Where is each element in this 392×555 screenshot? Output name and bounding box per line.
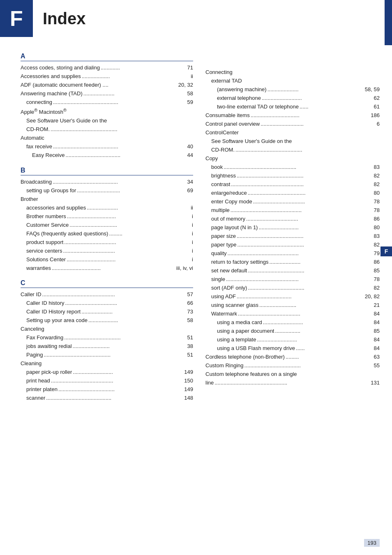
list-item: Brother numbers ........................…	[21, 212, 193, 221]
right-accent-bar	[385, 0, 392, 45]
list-item: set new default ........................…	[205, 267, 380, 275]
list-item: fax receive ............................…	[21, 143, 193, 151]
side-letter-indicator: F	[380, 246, 392, 256]
list-item: Canceling	[21, 325, 193, 333]
entry-page: 40	[187, 143, 193, 151]
entry-label: Accessories and supplies	[21, 72, 81, 81]
right-column: Connecting external TAD (answering machi…	[205, 45, 380, 403]
entry-page: ii	[191, 204, 193, 212]
list-item: contrast ...............................…	[205, 180, 380, 189]
header-title-box: Index	[33, 0, 392, 37]
entry-label: jobs awaiting redial	[26, 342, 72, 350]
section-c-entries: Caller ID ..............................…	[21, 290, 193, 402]
entry-label: Caller ID History report	[26, 308, 81, 316]
section-a-entries: Access codes, storing and dialing ......…	[21, 64, 193, 159]
list-item: book ...................................…	[205, 163, 380, 171]
entry-page: 71	[187, 64, 193, 72]
entry-label: Access codes, storing and dialing	[21, 64, 100, 72]
entry-label: using a USB Flash memory drive	[217, 344, 295, 352]
entry-page: 80	[374, 189, 380, 197]
list-item: two-line external TAD or telephone .....…	[205, 103, 380, 111]
page-number: 193	[364, 539, 380, 547]
list-item: using scanner glass ....................…	[205, 301, 380, 309]
list-item: ControlCenter	[205, 129, 380, 137]
entry-label: Easy Receive	[32, 151, 65, 159]
entry-label: using a media card	[217, 318, 262, 327]
entry-page: 85	[374, 267, 380, 275]
entry-label: warranties	[26, 264, 51, 272]
list-item: using a template .......................…	[205, 336, 380, 344]
entry-page: ii	[191, 72, 193, 81]
section-b-entries: Broadcasting ...........................…	[21, 178, 193, 272]
section-heading-c: C	[21, 279, 193, 288]
list-item: Connecting	[205, 68, 380, 76]
list-item: service centers ........................…	[21, 247, 193, 255]
entry-label: paper type	[211, 241, 236, 249]
header-letter-box: F	[0, 0, 33, 37]
list-item: Automatic	[21, 134, 193, 142]
entry-page: 63	[374, 353, 380, 361]
list-item: enlarge/reduce .........................…	[205, 189, 380, 197]
entry-page: 148	[184, 394, 193, 402]
entry-page: 82	[374, 172, 380, 180]
entry-page: 51	[187, 351, 193, 359]
entry-label: out of memory	[211, 215, 245, 223]
entry-label: Paging	[26, 351, 43, 359]
entry-label: return to factory settings	[211, 258, 268, 266]
entry-page: 84	[374, 318, 380, 327]
list-item: Setting up your area code ..............…	[21, 316, 193, 325]
list-item: paper pick-up roller ...................…	[21, 368, 193, 376]
entry-label: paper size	[211, 232, 236, 240]
entry-page: 58	[187, 316, 193, 325]
entry-label: accessories and supplies	[26, 204, 86, 212]
entry-label: (answering machine)	[217, 85, 267, 94]
entry-label: Caller ID history	[26, 299, 64, 307]
entry-page: 86	[374, 215, 380, 223]
list-item: Brother	[21, 195, 193, 203]
left-column: A Access codes, storing and dialing ....…	[21, 45, 193, 403]
entry-label: using scanner glass	[211, 301, 258, 309]
list-item: Fax Forwarding .........................…	[21, 334, 193, 342]
entry-page: 38	[187, 342, 193, 350]
list-item: printer platen .........................…	[21, 385, 193, 394]
entry-label: print head	[26, 377, 50, 385]
list-item: Paging .................................…	[21, 351, 193, 359]
entry-page: 62	[374, 94, 380, 102]
entry-label: Fax Forwarding	[26, 334, 63, 342]
entry-label: Broadcasting	[21, 178, 52, 186]
list-item: CD-ROM. ................................…	[21, 125, 193, 134]
entry-label: multiple	[211, 206, 230, 214]
entry-page: 6	[377, 120, 380, 128]
entry-label: Custom Ringing	[205, 362, 244, 370]
entry-label: product support	[26, 238, 63, 246]
section-heading-b: B	[21, 167, 193, 175]
list-item: jobs awaiting redial ...................…	[21, 342, 193, 350]
entry-label: Consumable items	[205, 111, 250, 120]
list-item: using a media card .....................…	[205, 318, 380, 327]
list-item: ADF (automatic document feeder) .... 20,…	[21, 81, 193, 89]
list-item: Caller ID History report ...............…	[21, 308, 193, 316]
entry-label: fax receive	[26, 143, 52, 151]
list-item: Watermark ..............................…	[205, 310, 380, 318]
entry-label: set new default	[211, 267, 247, 275]
entry-label: ADF (automatic document feeder) ....	[21, 81, 108, 89]
list-item: Cleaning	[21, 359, 193, 368]
entry-page: 85	[374, 327, 380, 335]
entry-page: 186	[371, 111, 380, 120]
entry-page: 82	[374, 180, 380, 189]
entry-label: Caller ID	[21, 290, 42, 299]
list-item: product support ........................…	[21, 238, 193, 246]
list-item: Control panel overview .................…	[205, 120, 380, 128]
entry-page: 150	[184, 377, 193, 385]
entry-label: single	[211, 275, 225, 283]
entry-page: i	[192, 238, 193, 246]
entry-label: CD-ROM.	[211, 146, 235, 154]
entry-page: 61	[374, 103, 380, 111]
list-item: Custom Ringing .........................…	[205, 362, 380, 370]
entry-page: i	[192, 247, 193, 255]
entry-label: paper pick-up roller	[26, 368, 72, 376]
entry-label: Cordless telephone (non-Brother)	[205, 353, 285, 361]
entry-label: connecting	[26, 98, 52, 106]
entry-page: 66	[187, 299, 193, 307]
list-item: Broadcasting ...........................…	[21, 178, 193, 186]
